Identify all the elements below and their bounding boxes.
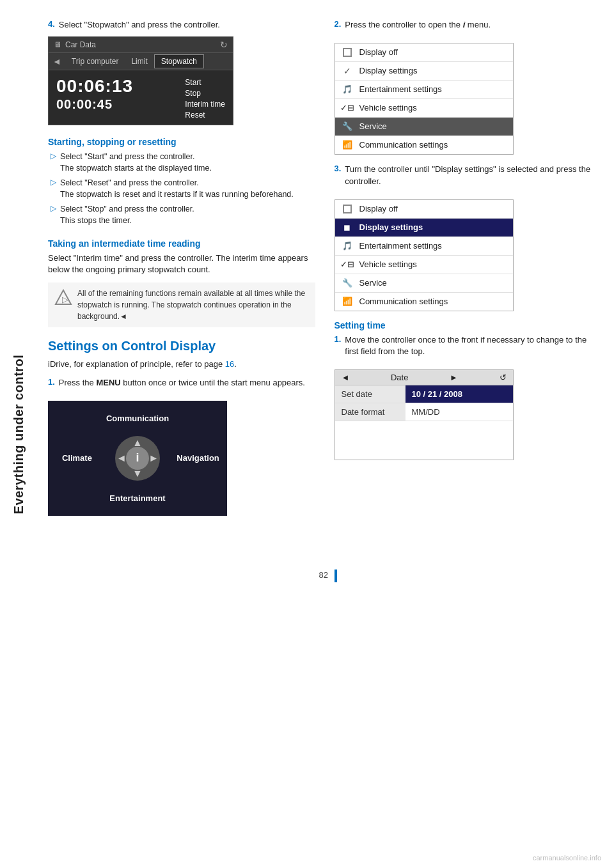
note-triangle-icon: ▷ <box>54 289 72 307</box>
interim-heading: Taking an intermediate time reading <box>48 238 315 249</box>
menu1-comm-label: Communication settings <box>359 140 448 150</box>
ctrl-start: Start <box>185 78 225 87</box>
right-column: 2. Press the controller to open the i me… <box>335 19 602 525</box>
tab-trip[interactable]: Trip computer <box>65 55 125 68</box>
setting-time-step-num: 1. <box>335 334 342 344</box>
wheel-arrow-up-icon: ▲ <box>132 437 143 449</box>
menu2-row-vehicle: ✓⊟ Vehicle settings <box>335 256 513 274</box>
menu2-row-display-settings: ◼ Display settings <box>335 219 513 237</box>
svg-text:▷: ▷ <box>62 295 68 304</box>
menu-screen-2: Display off ◼ Display settings 🎵 Enterta… <box>335 199 514 311</box>
car-data-icon: 🖥 <box>54 40 61 49</box>
menu1-display-off-label: Display off <box>359 47 398 57</box>
service-icon-1: 🔧 <box>340 121 354 132</box>
screen-controls: Start Stop Interim time Reset <box>185 75 225 120</box>
wheel-center: ▲ ◄ i ► ▼ <box>106 436 169 481</box>
screen-time-block: 00:06:13 00:00:45 <box>56 75 178 120</box>
date-arrow-right: ► <box>450 373 458 382</box>
date-format-value: MM/DD <box>405 403 513 421</box>
note-box: ▷ All of the remaining functions remain … <box>48 283 315 327</box>
settings-step-1: 1. Press the MENU button once or twice u… <box>48 377 315 389</box>
menu2-row-comm: 📶 Communication settings <box>335 293 513 311</box>
date-screen-header: ◄ Date ► ↺ <box>335 370 513 385</box>
ent-icon-2: 🎵 <box>340 240 354 252</box>
menu2-row-display-off: Display off <box>335 200 513 219</box>
watermark: carmanualsonline.info <box>533 854 601 862</box>
wheel-arrow-left-icon: ◄ <box>116 453 127 464</box>
veh-icon-2: ✓⊟ <box>340 259 354 270</box>
menu1-row-vehicle: ✓⊟ Vehicle settings <box>335 99 513 118</box>
menu1-row-display-settings: ✓ Display settings <box>335 62 513 81</box>
step-2-num: 2. <box>335 19 342 29</box>
menu1-service-label: Service <box>359 121 387 131</box>
checkbox-empty-icon <box>340 47 354 58</box>
wheel-circle: ▲ ◄ i ► ▼ <box>115 436 160 481</box>
page-ref-link[interactable]: 16 <box>225 359 234 369</box>
checkbox-empty-icon-2 <box>340 203 354 215</box>
bullet-text-3: Select "Stop" and press the controller.T… <box>60 203 194 226</box>
screen-time-main: 00:06:13 <box>56 75 178 97</box>
date-refresh-icon: ↺ <box>500 373 507 382</box>
step-3-num: 3. <box>335 164 342 173</box>
checkmark-icon-1: ✓ <box>340 65 354 77</box>
bullet-arrow-2: ▷ <box>51 178 56 187</box>
menu1-vehicle-label: Vehicle settings <box>359 103 417 112</box>
menu1-row-entertainment: 🎵 Entertainment settings <box>335 81 513 99</box>
menu1-row-service: 🔧 Service <box>335 118 513 136</box>
comm-icon-1: 📶 <box>340 139 354 151</box>
date-row-format: Date format MM/DD <box>335 403 513 421</box>
wheel-arrow-down-icon: ▼ <box>132 468 143 479</box>
menu2-row-entertainment: 🎵 Entertainment settings <box>335 237 513 256</box>
date-empty-area <box>335 421 513 460</box>
settings-step-1-num: 1. <box>48 377 55 387</box>
ctrl-interim: Interim time <box>185 100 225 109</box>
date-format-label: Date format <box>335 403 405 421</box>
bullet-3: ▷ Select "Stop" and press the controller… <box>48 203 315 226</box>
menu1-display-settings-label: Display settings <box>359 66 418 75</box>
menu1-row-display-off: Display off <box>335 43 513 62</box>
menu-screen-1: Display off ✓ Display settings 🎵 Enterta… <box>335 43 514 155</box>
interim-section: Taking an intermediate time reading Sele… <box>48 238 315 328</box>
starting-stopping-section: Starting, stopping or resetting ▷ Select… <box>48 137 315 227</box>
bullet-text-2: Select "Reset" and press the controller.… <box>60 177 294 200</box>
step-3-text: Turn the controller until "Display setti… <box>345 164 601 188</box>
veh-icon-1: ✓⊟ <box>340 102 354 114</box>
menu2-service-label: Service <box>359 278 387 288</box>
screen-tabs: ◄ Trip computer Limit Stopwatch <box>49 53 233 70</box>
page-number-area: 82 <box>0 570 614 582</box>
note-text: All of the remaining functions remain av… <box>77 288 309 322</box>
wheel-navigation: Navigation <box>169 436 227 481</box>
setting-time-step-text: Move the controller once to the front if… <box>345 334 601 359</box>
wheel-entertainment: Entertainment <box>106 481 169 516</box>
menu1-row-comm: 📶 Communication settings <box>335 136 513 154</box>
bullet-2: ▷ Select "Reset" and press the controlle… <box>48 177 315 200</box>
bullet-text-1: Select "Start" and press the controller.… <box>60 151 212 174</box>
ent-icon-1: 🎵 <box>340 84 354 95</box>
left-column: 4. Select "Stopwatch" and press the cont… <box>48 19 315 525</box>
wheel-i-button[interactable]: i <box>126 447 149 470</box>
menu2-comm-label: Communication settings <box>359 297 448 306</box>
page-number: 82 <box>319 570 327 580</box>
screen-title: Car Data <box>65 40 96 49</box>
wheel-climate: Climate <box>48 436 106 481</box>
screen-refresh-icon: ↻ <box>220 40 228 50</box>
menu2-display-settings-label: Display settings <box>359 222 423 232</box>
step-4-text: Select "Stopwatch" and press the control… <box>59 19 220 31</box>
tab-limit[interactable]: Limit <box>125 55 154 68</box>
step-4-block: 4. Select "Stopwatch" and press the cont… <box>48 19 315 125</box>
bullet-arrow-1: ▷ <box>51 151 56 160</box>
date-header-title: Date <box>391 373 408 382</box>
tab-back-arrow: ◄ <box>49 56 65 66</box>
ctrl-reset: Reset <box>185 111 225 120</box>
menu2-row-service: 🔧 Service <box>335 274 513 293</box>
page-bar <box>335 570 337 582</box>
tab-stopwatch[interactable]: Stopwatch <box>154 54 204 68</box>
date-row-set-date: Set date 10 / 21 / 2008 <box>335 385 513 403</box>
step-2-block: 2. Press the controller to open the i me… <box>335 19 602 31</box>
settings-intro: iDrive, for explanation of principle, re… <box>48 359 315 371</box>
wheel-communication: Communication <box>106 401 169 436</box>
date-set-date-value: 10 / 21 / 2008 <box>405 385 513 403</box>
setting-time-section: Setting time 1. Move the controller once… <box>335 320 602 359</box>
date-set-date-label: Set date <box>335 385 405 403</box>
menu2-vehicle-label: Vehicle settings <box>359 260 417 269</box>
